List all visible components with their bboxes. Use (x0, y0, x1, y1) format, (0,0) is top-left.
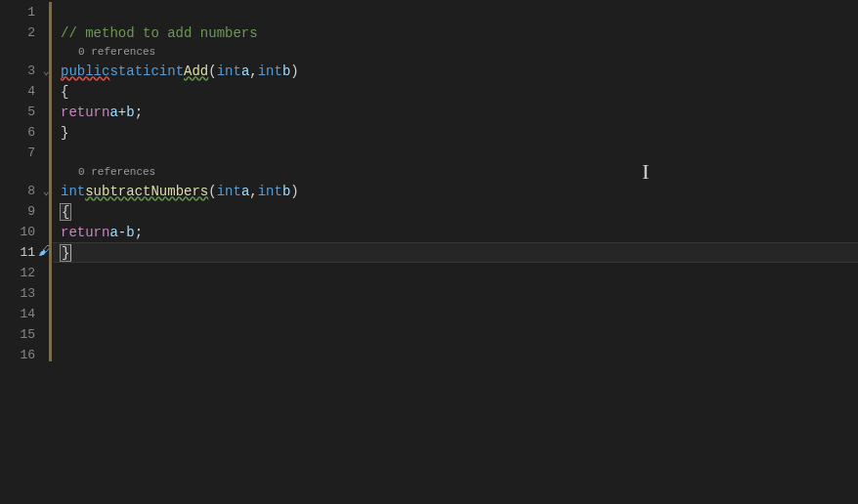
line-number: 10 (0, 222, 49, 242)
comma: , (249, 63, 257, 79)
param-a: a (241, 184, 249, 199)
line-number: 9 (0, 201, 49, 222)
line-number: 15 (0, 324, 49, 345)
code-line-current[interactable]: } (53, 242, 858, 263)
gutter-spacer (0, 163, 49, 181)
line-number: 3 (0, 61, 49, 81)
param-b: b (282, 63, 290, 79)
keyword-return: return (61, 105, 109, 120)
type-int: int (258, 63, 282, 79)
paren-open: ( (208, 184, 216, 199)
code-line[interactable]: return a - b; (53, 222, 858, 242)
var-a: a (109, 105, 117, 120)
line-number-current: 11 🖌 (0, 242, 49, 263)
keyword-public: public (61, 63, 109, 79)
function-name: subtractNumbers (85, 184, 208, 199)
code-line[interactable] (53, 304, 858, 324)
line-number: 2 (0, 22, 49, 43)
type-int: int (61, 184, 85, 199)
code-line[interactable]: { (53, 81, 858, 102)
var-b: b (126, 225, 134, 240)
brace-open-matched: { (60, 203, 71, 221)
line-number: 12 (0, 263, 49, 283)
code-line[interactable] (53, 283, 858, 304)
var-a: a (109, 225, 117, 240)
keyword-return: return (61, 225, 109, 240)
type-int: int (217, 184, 241, 199)
keyword-static: static (109, 63, 158, 79)
paren-open: ( (208, 63, 216, 79)
operator-plus: + (118, 105, 126, 120)
codelens-references[interactable]: 0 references (53, 163, 858, 181)
line-number-text: 11 (20, 245, 35, 260)
code-line[interactable] (53, 2, 858, 22)
line-number: 1 (0, 2, 49, 22)
comma: , (249, 184, 257, 199)
type-int: int (217, 63, 241, 79)
code-line[interactable] (53, 143, 858, 163)
code-line[interactable] (53, 263, 858, 283)
code-line[interactable]: { (53, 201, 858, 222)
code-editor[interactable]: 1 2 3 4 5 6 7 8 9 10 11 🖌 12 13 14 15 16… (0, 0, 858, 504)
line-number: 16 (0, 345, 49, 365)
semicolon: ; (135, 105, 143, 120)
var-b: b (126, 105, 134, 120)
param-b: b (282, 184, 290, 199)
function-name: Add (184, 63, 208, 79)
code-content[interactable]: // method to add numbers 0 references ⌄ … (53, 0, 858, 504)
code-line[interactable]: return a + b; (53, 102, 858, 122)
line-number: 4 (0, 81, 49, 102)
gutter-spacer (0, 43, 49, 61)
chevron-down-icon[interactable]: ⌄ (43, 64, 50, 77)
paren-close: ) (290, 63, 298, 79)
comment-text: // method to add numbers (61, 25, 258, 41)
code-line[interactable]: } (53, 122, 858, 143)
line-number: 5 (0, 102, 49, 122)
codelens-references[interactable]: 0 references (53, 43, 858, 61)
paren-close: ) (290, 184, 298, 199)
semicolon: ; (135, 225, 143, 240)
code-line[interactable]: ⌄ int subtractNumbers(int a, int b) (53, 181, 858, 201)
code-line[interactable] (53, 345, 858, 365)
line-number: 13 (0, 283, 49, 304)
code-line[interactable] (53, 324, 858, 345)
code-line[interactable]: ⌄ public static int Add(int a, int b) (53, 61, 858, 81)
line-number: 14 (0, 304, 49, 324)
code-line[interactable]: // method to add numbers (53, 22, 858, 43)
line-number: 7 (0, 143, 49, 163)
brace-close: } (61, 125, 68, 141)
line-number: 8 (0, 181, 49, 201)
change-bar (49, 2, 52, 361)
chevron-down-icon[interactable]: ⌄ (43, 185, 50, 197)
type-int: int (159, 63, 184, 79)
type-int: int (258, 184, 282, 199)
operator-minus: - (118, 225, 126, 240)
brace-open: { (61, 84, 68, 100)
line-number: 6 (0, 122, 49, 143)
text-caret (70, 244, 71, 261)
line-number-gutter: 1 2 3 4 5 6 7 8 9 10 11 🖌 12 13 14 15 16 (0, 0, 49, 504)
param-a: a (241, 63, 249, 79)
